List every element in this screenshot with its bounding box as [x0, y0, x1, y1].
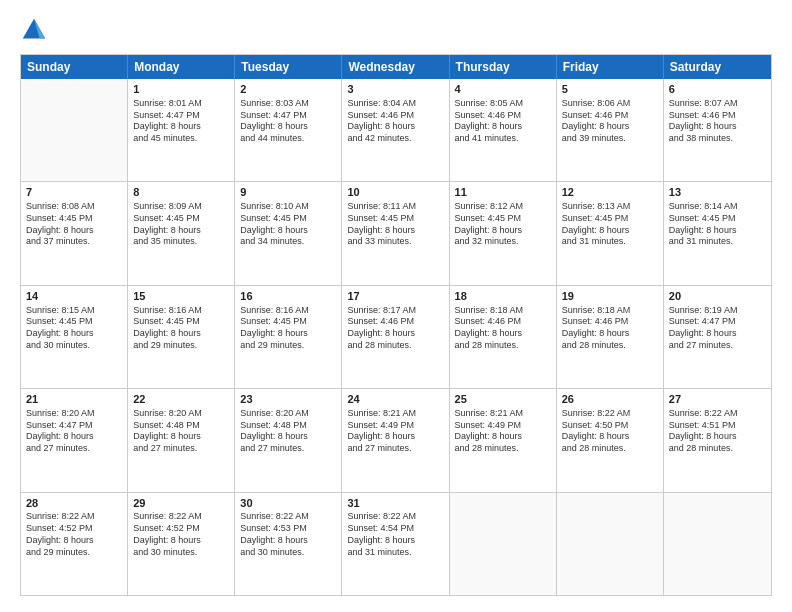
day-number: 15	[133, 289, 229, 304]
cell-info: Sunrise: 8:18 AMSunset: 4:46 PMDaylight:…	[455, 305, 551, 352]
header	[20, 16, 772, 44]
day-number: 6	[669, 82, 766, 97]
cell-info: Sunrise: 8:22 AMSunset: 4:52 PMDaylight:…	[26, 511, 122, 558]
cell-info: Sunrise: 8:19 AMSunset: 4:47 PMDaylight:…	[669, 305, 766, 352]
day-number: 29	[133, 496, 229, 511]
week-row-4: 21Sunrise: 8:20 AMSunset: 4:47 PMDayligh…	[21, 388, 771, 491]
day-number: 21	[26, 392, 122, 407]
header-day-tuesday: Tuesday	[235, 55, 342, 79]
cell-info: Sunrise: 8:11 AMSunset: 4:45 PMDaylight:…	[347, 201, 443, 248]
day-number: 30	[240, 496, 336, 511]
cal-cell-2-2: 8Sunrise: 8:09 AMSunset: 4:45 PMDaylight…	[128, 182, 235, 284]
week-row-3: 14Sunrise: 8:15 AMSunset: 4:45 PMDayligh…	[21, 285, 771, 388]
cell-info: Sunrise: 8:18 AMSunset: 4:46 PMDaylight:…	[562, 305, 658, 352]
cell-info: Sunrise: 8:22 AMSunset: 4:54 PMDaylight:…	[347, 511, 443, 558]
cal-cell-1-1	[21, 79, 128, 181]
day-number: 23	[240, 392, 336, 407]
header-day-thursday: Thursday	[450, 55, 557, 79]
cell-info: Sunrise: 8:03 AMSunset: 4:47 PMDaylight:…	[240, 98, 336, 145]
cal-cell-3-3: 16Sunrise: 8:16 AMSunset: 4:45 PMDayligh…	[235, 286, 342, 388]
day-number: 31	[347, 496, 443, 511]
calendar: SundayMondayTuesdayWednesdayThursdayFrid…	[20, 54, 772, 596]
week-row-2: 7Sunrise: 8:08 AMSunset: 4:45 PMDaylight…	[21, 181, 771, 284]
cell-info: Sunrise: 8:01 AMSunset: 4:47 PMDaylight:…	[133, 98, 229, 145]
cell-info: Sunrise: 8:22 AMSunset: 4:52 PMDaylight:…	[133, 511, 229, 558]
header-day-wednesday: Wednesday	[342, 55, 449, 79]
day-number: 28	[26, 496, 122, 511]
day-number: 22	[133, 392, 229, 407]
cell-info: Sunrise: 8:10 AMSunset: 4:45 PMDaylight:…	[240, 201, 336, 248]
cal-cell-2-3: 9Sunrise: 8:10 AMSunset: 4:45 PMDaylight…	[235, 182, 342, 284]
cal-cell-2-6: 12Sunrise: 8:13 AMSunset: 4:45 PMDayligh…	[557, 182, 664, 284]
cal-cell-5-3: 30Sunrise: 8:22 AMSunset: 4:53 PMDayligh…	[235, 493, 342, 595]
day-number: 8	[133, 185, 229, 200]
header-day-friday: Friday	[557, 55, 664, 79]
day-number: 12	[562, 185, 658, 200]
cell-info: Sunrise: 8:07 AMSunset: 4:46 PMDaylight:…	[669, 98, 766, 145]
cell-info: Sunrise: 8:20 AMSunset: 4:47 PMDaylight:…	[26, 408, 122, 455]
cal-cell-3-7: 20Sunrise: 8:19 AMSunset: 4:47 PMDayligh…	[664, 286, 771, 388]
cal-cell-2-4: 10Sunrise: 8:11 AMSunset: 4:45 PMDayligh…	[342, 182, 449, 284]
day-number: 2	[240, 82, 336, 97]
day-number: 9	[240, 185, 336, 200]
cell-info: Sunrise: 8:06 AMSunset: 4:46 PMDaylight:…	[562, 98, 658, 145]
page: SundayMondayTuesdayWednesdayThursdayFrid…	[0, 0, 792, 612]
cal-cell-1-2: 1Sunrise: 8:01 AMSunset: 4:47 PMDaylight…	[128, 79, 235, 181]
cell-info: Sunrise: 8:17 AMSunset: 4:46 PMDaylight:…	[347, 305, 443, 352]
cell-info: Sunrise: 8:21 AMSunset: 4:49 PMDaylight:…	[347, 408, 443, 455]
cal-cell-2-5: 11Sunrise: 8:12 AMSunset: 4:45 PMDayligh…	[450, 182, 557, 284]
cell-info: Sunrise: 8:05 AMSunset: 4:46 PMDaylight:…	[455, 98, 551, 145]
day-number: 18	[455, 289, 551, 304]
week-row-5: 28Sunrise: 8:22 AMSunset: 4:52 PMDayligh…	[21, 492, 771, 595]
cal-cell-5-4: 31Sunrise: 8:22 AMSunset: 4:54 PMDayligh…	[342, 493, 449, 595]
logo	[20, 16, 52, 44]
day-number: 11	[455, 185, 551, 200]
cal-cell-4-2: 22Sunrise: 8:20 AMSunset: 4:48 PMDayligh…	[128, 389, 235, 491]
cal-cell-5-6	[557, 493, 664, 595]
cal-cell-1-7: 6Sunrise: 8:07 AMSunset: 4:46 PMDaylight…	[664, 79, 771, 181]
day-number: 16	[240, 289, 336, 304]
cal-cell-4-5: 25Sunrise: 8:21 AMSunset: 4:49 PMDayligh…	[450, 389, 557, 491]
cell-info: Sunrise: 8:14 AMSunset: 4:45 PMDaylight:…	[669, 201, 766, 248]
cal-cell-4-3: 23Sunrise: 8:20 AMSunset: 4:48 PMDayligh…	[235, 389, 342, 491]
day-number: 19	[562, 289, 658, 304]
cell-info: Sunrise: 8:08 AMSunset: 4:45 PMDaylight:…	[26, 201, 122, 248]
cal-cell-3-6: 19Sunrise: 8:18 AMSunset: 4:46 PMDayligh…	[557, 286, 664, 388]
day-number: 3	[347, 82, 443, 97]
day-number: 17	[347, 289, 443, 304]
cell-info: Sunrise: 8:13 AMSunset: 4:45 PMDaylight:…	[562, 201, 658, 248]
cal-cell-5-1: 28Sunrise: 8:22 AMSunset: 4:52 PMDayligh…	[21, 493, 128, 595]
cal-cell-4-7: 27Sunrise: 8:22 AMSunset: 4:51 PMDayligh…	[664, 389, 771, 491]
day-number: 13	[669, 185, 766, 200]
cal-cell-4-6: 26Sunrise: 8:22 AMSunset: 4:50 PMDayligh…	[557, 389, 664, 491]
cal-cell-4-1: 21Sunrise: 8:20 AMSunset: 4:47 PMDayligh…	[21, 389, 128, 491]
header-day-sunday: Sunday	[21, 55, 128, 79]
cell-info: Sunrise: 8:09 AMSunset: 4:45 PMDaylight:…	[133, 201, 229, 248]
cal-cell-5-5	[450, 493, 557, 595]
cell-info: Sunrise: 8:21 AMSunset: 4:49 PMDaylight:…	[455, 408, 551, 455]
day-number: 25	[455, 392, 551, 407]
cell-info: Sunrise: 8:16 AMSunset: 4:45 PMDaylight:…	[240, 305, 336, 352]
logo-icon	[20, 16, 48, 44]
day-number: 27	[669, 392, 766, 407]
cell-info: Sunrise: 8:22 AMSunset: 4:53 PMDaylight:…	[240, 511, 336, 558]
calendar-header: SundayMondayTuesdayWednesdayThursdayFrid…	[21, 55, 771, 79]
cell-info: Sunrise: 8:20 AMSunset: 4:48 PMDaylight:…	[133, 408, 229, 455]
day-number: 14	[26, 289, 122, 304]
cell-info: Sunrise: 8:16 AMSunset: 4:45 PMDaylight:…	[133, 305, 229, 352]
cal-cell-5-2: 29Sunrise: 8:22 AMSunset: 4:52 PMDayligh…	[128, 493, 235, 595]
cell-info: Sunrise: 8:04 AMSunset: 4:46 PMDaylight:…	[347, 98, 443, 145]
day-number: 4	[455, 82, 551, 97]
day-number: 24	[347, 392, 443, 407]
cal-cell-1-3: 2Sunrise: 8:03 AMSunset: 4:47 PMDaylight…	[235, 79, 342, 181]
header-day-saturday: Saturday	[664, 55, 771, 79]
cell-info: Sunrise: 8:22 AMSunset: 4:50 PMDaylight:…	[562, 408, 658, 455]
day-number: 7	[26, 185, 122, 200]
day-number: 5	[562, 82, 658, 97]
cell-info: Sunrise: 8:12 AMSunset: 4:45 PMDaylight:…	[455, 201, 551, 248]
cal-cell-1-5: 4Sunrise: 8:05 AMSunset: 4:46 PMDaylight…	[450, 79, 557, 181]
cal-cell-1-4: 3Sunrise: 8:04 AMSunset: 4:46 PMDaylight…	[342, 79, 449, 181]
cal-cell-1-6: 5Sunrise: 8:06 AMSunset: 4:46 PMDaylight…	[557, 79, 664, 181]
cal-cell-2-7: 13Sunrise: 8:14 AMSunset: 4:45 PMDayligh…	[664, 182, 771, 284]
week-row-1: 1Sunrise: 8:01 AMSunset: 4:47 PMDaylight…	[21, 79, 771, 181]
